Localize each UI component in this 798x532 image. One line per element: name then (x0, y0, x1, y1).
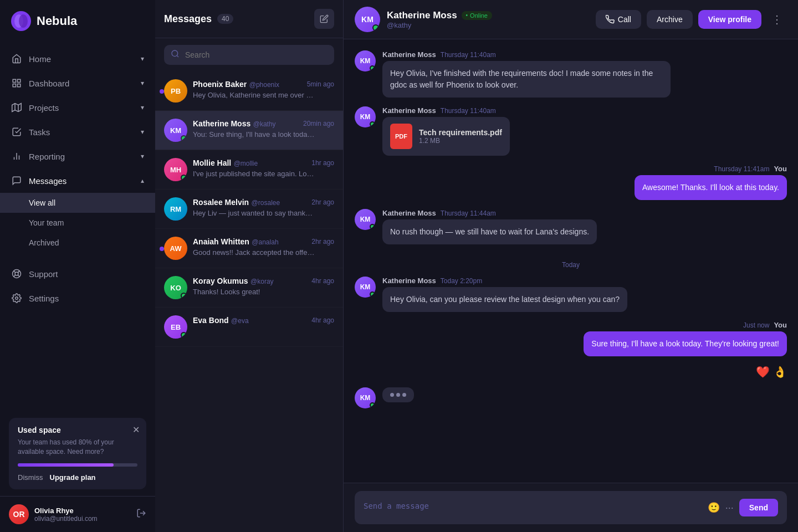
online-indicator (370, 121, 375, 127)
message-timestamp: Thursday 11:40am (441, 51, 496, 59)
sidebar-item-archived[interactable]: Archived (0, 233, 155, 253)
avatar: KM (355, 277, 376, 298)
svg-marker-7 (12, 104, 22, 112)
message-timestamp: Thursday 11:44am (441, 209, 496, 217)
sidebar-item-reporting-label: Reporting (29, 152, 65, 161)
more-input-options-button[interactable]: ··· (725, 502, 734, 514)
logo: Nebula (0, 0, 155, 42)
sidebar-item-home[interactable]: Home ▾ (0, 47, 155, 71)
file-attachment[interactable]: PDF Tech requirements.pdf 1.2 MB (382, 117, 510, 156)
avatar: KM (355, 106, 376, 127)
close-used-space-button[interactable]: ✕ (132, 424, 140, 435)
dismiss-button[interactable]: Dismiss (18, 473, 43, 482)
table-row: You Thursday 11:41am Awesome! Thanks. I'… (355, 165, 787, 200)
avatar: KM (164, 119, 187, 142)
upgrade-plan-button[interactable]: Upgrade plan (50, 473, 96, 482)
sidebar-item-projects[interactable]: Projects ▾ (0, 95, 155, 120)
sidebar-item-support[interactable]: Support (0, 262, 155, 286)
message-preview: Hey Liv — just wanted to say thanks for … (193, 208, 315, 218)
message-time: 5min ago (307, 80, 334, 88)
sidebar-item-settings-label: Settings (29, 294, 59, 303)
send-button[interactable]: Send (739, 499, 778, 516)
list-item[interactable]: EB Eva Bond @eva 4hr ago (155, 308, 343, 347)
chat-bubble: Hey Olivia, I've finished with the requi… (382, 61, 671, 98)
contact-name: Eva Bond (193, 316, 229, 325)
svg-line-16 (18, 275, 19, 277)
message-preview: Hey Olivia, Katherine sent me over the l… (193, 90, 315, 100)
message-time: 20min ago (303, 120, 334, 127)
support-icon (11, 268, 22, 279)
message-sender: Katherine Moss (382, 50, 436, 59)
message-timestamp: Thursday 11:41am (714, 165, 769, 173)
view-profile-button[interactable]: View profile (698, 10, 761, 29)
file-name: Tech requirements.pdf (419, 128, 502, 137)
avatar: KM (355, 209, 376, 230)
home-icon (11, 53, 22, 64)
message-time: 1hr ago (311, 159, 334, 167)
avatar: PB (164, 79, 187, 103)
list-item[interactable]: PB Phoenix Baker @phoenix 5min ago Hey O… (155, 71, 343, 111)
search-input[interactable] (164, 45, 334, 65)
online-indicator (181, 293, 187, 299)
message-time: 4hr ago (311, 316, 334, 324)
messages-sub-nav: View all Your team Archived (0, 193, 155, 253)
avatar: MH (164, 158, 187, 181)
sidebar: Nebula Home ▾ Dashboard ▾ (0, 0, 155, 532)
message-input[interactable] (364, 502, 702, 514)
sidebar-item-your-team[interactable]: Your team (0, 213, 155, 233)
user-email: olivia@untitledui.com (34, 515, 131, 523)
sidebar-item-tasks-label: Tasks (29, 127, 50, 137)
message-timestamp: Today 2:20pm (441, 277, 482, 285)
list-item[interactable]: KO Koray Okumus @koray 4hr ago Thanks! L… (155, 268, 343, 308)
dashboard-icon (11, 78, 22, 89)
online-status-badge: Online (462, 11, 492, 20)
svg-line-23 (177, 55, 178, 57)
list-item[interactable]: RM Rosalee Melvin @rosalee 2hr ago Hey L… (155, 190, 343, 229)
contact-handle: @mollie (234, 160, 258, 167)
svg-line-19 (14, 275, 16, 277)
used-space-title: Used space (18, 426, 137, 434)
chat-contact-name: Katherine Moss Online (387, 10, 492, 21)
logout-button[interactable] (136, 508, 146, 521)
chat-contact-handle: @kathy (387, 21, 492, 29)
sidebar-item-reporting[interactable]: Reporting ▾ (0, 144, 155, 168)
svg-point-22 (172, 50, 178, 57)
chat-bubble: No rush though — we still have to wait f… (382, 219, 597, 244)
call-button-label: Call (618, 15, 631, 24)
sidebar-item-view-all[interactable]: View all (0, 193, 155, 213)
message-timestamp: Thursday 11:40am (441, 107, 496, 115)
avatar: AW (164, 237, 187, 260)
chevron-up-icon: ▴ (141, 177, 144, 185)
reaction-emojis: ❤️ 👌 (756, 365, 787, 378)
svg-point-20 (16, 297, 18, 300)
online-indicator (370, 402, 375, 408)
tasks-icon (11, 126, 22, 137)
contact-name: Phoenix Baker (193, 80, 247, 89)
sidebar-item-settings[interactable]: Settings (0, 286, 155, 310)
used-space-description: Your team has used 80% of your available… (18, 438, 137, 457)
message-preview: Thanks! Looks great! (193, 287, 315, 297)
list-item[interactable]: AW Anaiah Whitten @analah 2hr ago Good n… (155, 229, 343, 268)
sidebar-user-profile: OR Olivia Rhye olivia@untitledui.com (0, 496, 155, 532)
compose-button[interactable] (314, 9, 334, 29)
archive-button[interactable]: Archive (647, 10, 693, 29)
contact-handle: @koray (250, 278, 274, 285)
list-item[interactable]: MH Mollie Hall @mollie 1hr ago I've just… (155, 150, 343, 190)
sidebar-item-tasks[interactable]: Tasks ▾ (0, 120, 155, 144)
used-space-progress-fill (18, 463, 114, 467)
call-button[interactable]: Call (596, 10, 641, 29)
contact-handle: @analah (252, 238, 278, 246)
sidebar-item-support-label: Support (29, 269, 58, 279)
list-item[interactable]: KM Katherine Moss @kathy 20min ago You: … (155, 111, 343, 150)
emoji-button[interactable]: 🙂 (708, 502, 720, 514)
messages-header: Messages 40 (155, 0, 343, 38)
sidebar-item-messages[interactable]: Messages ▴ (0, 168, 155, 193)
typing-indicator (382, 387, 414, 402)
more-options-button[interactable]: ⋮ (767, 11, 787, 28)
svg-rect-4 (18, 79, 21, 82)
online-indicator (370, 65, 375, 71)
message-sender: Katherine Moss (382, 277, 436, 285)
sidebar-item-dashboard[interactable]: Dashboard ▾ (0, 71, 155, 95)
online-indicator (370, 291, 375, 297)
avatar: RM (164, 197, 187, 221)
